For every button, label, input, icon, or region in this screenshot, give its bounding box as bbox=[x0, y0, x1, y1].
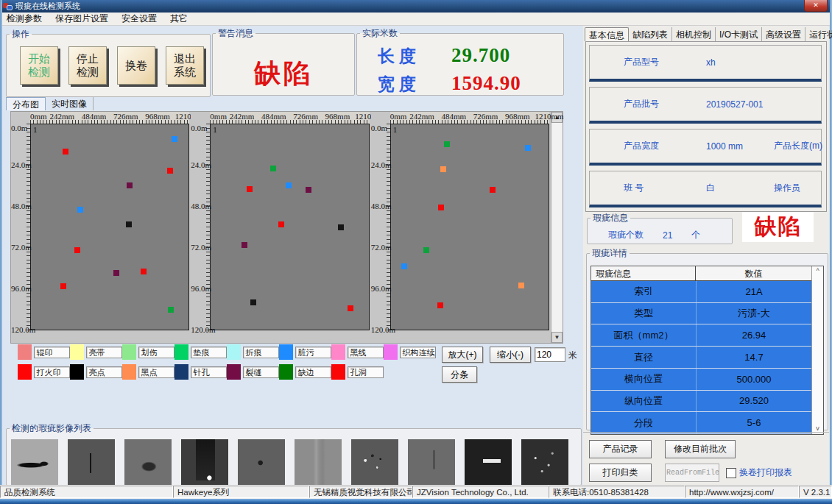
details-table-row[interactable]: 类型污渍-大 bbox=[591, 303, 811, 325]
scroll-down-icon[interactable]: ▼ bbox=[551, 332, 563, 343]
menu-item[interactable]: 其它 bbox=[163, 13, 194, 25]
defect-marker-blue[interactable] bbox=[77, 207, 83, 213]
detail-value-cell: 5-6 bbox=[697, 412, 811, 433]
defect-marker-red[interactable] bbox=[278, 221, 284, 227]
legend-item: 划伤 bbox=[122, 344, 174, 360]
defect-thumbnail[interactable] bbox=[11, 439, 58, 486]
y-tick-label: 96.0m bbox=[371, 284, 392, 293]
x-tick-label: 484mm bbox=[441, 112, 466, 121]
print-classify-button[interactable]: 打印归类 bbox=[589, 464, 652, 482]
read-from-file-button[interactable]: ReadFromFile-SIM bbox=[665, 464, 719, 482]
tab-缺陷列表[interactable]: 缺陷列表 bbox=[629, 27, 672, 41]
defect-marker-red[interactable] bbox=[141, 269, 147, 274]
tab-live-image[interactable]: 实时图像 bbox=[46, 97, 94, 110]
print-report-checkbox[interactable] bbox=[726, 468, 736, 478]
field-value: 20190527-001 bbox=[706, 99, 774, 110]
y-tick-label: 72.0m bbox=[11, 243, 32, 252]
defect-marker-red[interactable] bbox=[63, 149, 68, 155]
defect-marker-purple[interactable] bbox=[242, 242, 247, 248]
change-roll-button[interactable]: 换卷 bbox=[117, 46, 155, 85]
defect-marker-black[interactable] bbox=[250, 299, 256, 305]
defect-marker-red[interactable] bbox=[348, 305, 353, 311]
split-button[interactable]: 分条 bbox=[442, 366, 477, 383]
defect-marker-black[interactable] bbox=[126, 221, 132, 227]
details-table-row[interactable]: 索引21A bbox=[591, 281, 811, 303]
legend-item: 黑线 bbox=[331, 344, 384, 360]
defect-marker-red[interactable] bbox=[490, 187, 496, 193]
defect-thumbnail[interactable] bbox=[238, 439, 285, 486]
details-table-row[interactable]: 横向位置500.000 bbox=[591, 369, 811, 391]
legend-color-swatch bbox=[279, 364, 293, 380]
defect-thumbnail[interactable] bbox=[181, 439, 228, 486]
tab-相机控制[interactable]: 相机控制 bbox=[672, 27, 716, 41]
tab-高级设置[interactable]: 高级设置 bbox=[762, 27, 805, 41]
tab-I/O卡测试[interactable]: I/O卡测试 bbox=[716, 27, 762, 41]
defect-marker-red[interactable] bbox=[247, 186, 253, 192]
stop-detect-button[interactable]: 停止检测 bbox=[68, 46, 107, 85]
details-table-row[interactable]: 直径14.7 bbox=[591, 347, 811, 369]
legend-item: 辊印 bbox=[18, 344, 70, 360]
x-tick-label: 726mm bbox=[113, 112, 138, 121]
defect-thumbnail[interactable] bbox=[408, 439, 455, 486]
defect-legend: 辊印亮带划伤垫痕折痕脏污黑线织构连续打火印亮点黑点针孔裂缝缺边孔洞 bbox=[18, 344, 436, 380]
product-record-button[interactable]: 产品记录 bbox=[589, 440, 652, 458]
defect-marker-red[interactable] bbox=[74, 247, 80, 253]
defect-marker-green[interactable] bbox=[270, 166, 276, 171]
defect-thumbnail[interactable] bbox=[465, 439, 512, 486]
details-table-scrollbar[interactable]: ^ v bbox=[811, 266, 823, 434]
legend-color-swatch bbox=[70, 344, 84, 360]
defect-thumbnail[interactable] bbox=[295, 439, 342, 486]
defect-marker-green[interactable] bbox=[423, 247, 429, 253]
defect-marker-blue[interactable] bbox=[286, 182, 292, 188]
defect-marker-green[interactable] bbox=[168, 307, 174, 313]
defect-marker-blue[interactable] bbox=[172, 136, 177, 142]
details-table-row[interactable]: 分段5-6 bbox=[591, 412, 811, 434]
defect-marker-purple[interactable] bbox=[306, 187, 311, 193]
defect-marker-black[interactable] bbox=[338, 224, 344, 230]
modify-batch-button[interactable]: 修改目前批次 bbox=[665, 440, 736, 458]
meters-input[interactable] bbox=[535, 347, 565, 362]
tab-基本信息[interactable]: 基本信息 bbox=[585, 27, 629, 41]
legend-label: 裂缝 bbox=[243, 366, 279, 378]
defect-count-value: 21 bbox=[663, 230, 672, 241]
print-report-checkbox-label: 换卷打印报表 bbox=[739, 466, 792, 479]
zoom-in-button[interactable]: 放大(+) bbox=[442, 347, 483, 363]
status-cell: 无锡精质视觉科技有限公司 bbox=[309, 486, 412, 498]
field-value: 白 bbox=[706, 182, 774, 194]
defect-marker-purple[interactable] bbox=[113, 270, 119, 276]
defect-thumbnail[interactable] bbox=[124, 439, 172, 486]
details-table-row[interactable]: 纵向位置29.520 bbox=[591, 391, 811, 413]
defect-alarm-box: 缺陷 bbox=[742, 212, 814, 242]
zoom-out-button[interactable]: 缩小(-) bbox=[490, 347, 531, 363]
defect-marker-orange[interactable] bbox=[518, 283, 524, 288]
close-button[interactable]: ✕ bbox=[804, 0, 828, 12]
defect-thumbnail[interactable] bbox=[521, 439, 568, 486]
start-detect-button[interactable]: 开始检测 bbox=[20, 46, 58, 85]
panel-index-label: 1 bbox=[33, 125, 38, 134]
thumbnail-strip bbox=[7, 435, 581, 486]
tab-distribution-map[interactable]: 分布图 bbox=[6, 97, 46, 110]
scroll-up-icon[interactable]: ^ bbox=[812, 266, 823, 277]
defect-marker-purple[interactable] bbox=[127, 182, 133, 188]
y-tick-label: 72.0m bbox=[191, 243, 211, 252]
window-title: 瑕疵在线检测系统 bbox=[15, 1, 80, 12]
defect-marker-blue[interactable] bbox=[525, 145, 531, 151]
exit-system-button[interactable]: 退出系统 bbox=[166, 46, 204, 85]
tab-运行状态信息[interactable]: 运行状态信息 bbox=[805, 27, 832, 41]
defect-marker-blue[interactable] bbox=[401, 263, 407, 269]
defect-thumbnail[interactable] bbox=[351, 439, 398, 486]
defect-marker-red[interactable] bbox=[167, 168, 173, 174]
product-info-row: 产品宽度1000 mm产品长度(m)40000 bbox=[589, 129, 822, 166]
details-table-row[interactable]: 面积（mm2）26.94 bbox=[591, 324, 811, 347]
defect-marker-red[interactable] bbox=[437, 302, 443, 308]
defect-marker-green[interactable] bbox=[444, 141, 450, 147]
chart-vertical-scrollbar[interactable]: ▲▼ bbox=[551, 112, 563, 343]
defect-marker-red[interactable] bbox=[60, 283, 66, 289]
legend-color-swatch bbox=[122, 344, 136, 360]
menu-item[interactable]: 安全设置 bbox=[115, 13, 163, 25]
defect-marker-red[interactable] bbox=[438, 205, 444, 210]
defect-marker-orange[interactable] bbox=[440, 166, 446, 172]
menu-item[interactable]: 保存图片设置 bbox=[49, 13, 115, 25]
defect-thumbnail[interactable] bbox=[68, 439, 115, 486]
menu-item[interactable]: 检测参数 bbox=[0, 13, 49, 25]
